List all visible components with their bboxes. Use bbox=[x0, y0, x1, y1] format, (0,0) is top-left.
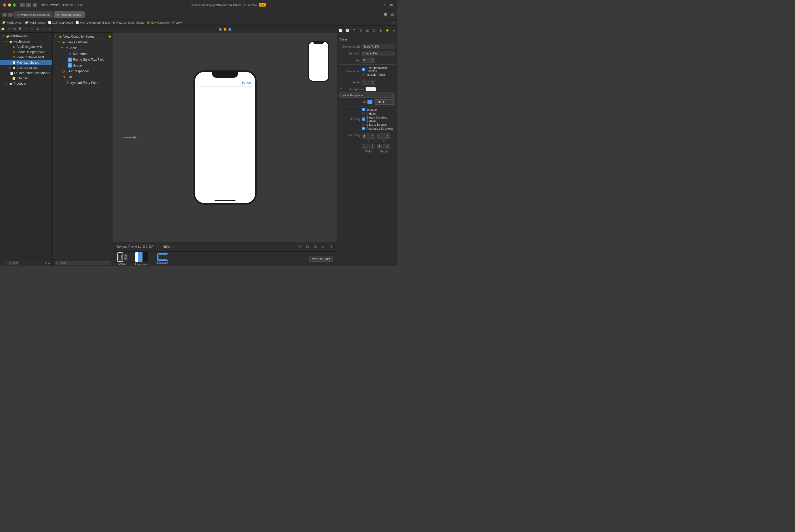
breadcrumb-vc[interactable]: ◉ View Controller bbox=[147, 21, 170, 24]
maximize-button[interactable] bbox=[13, 3, 16, 6]
tree-assets[interactable]: ▶ 📁 Assets.xcassets bbox=[0, 65, 52, 71]
breadcrumb-mainstoryboard-base[interactable]: 📄 Main.storyboard (Base) bbox=[75, 21, 110, 24]
autoresize-checkbox[interactable]: ✓ bbox=[362, 127, 365, 130]
inspector-bindings-tab[interactable]: ⚡ bbox=[384, 27, 391, 34]
sidebar-toggle[interactable]: ⊟ bbox=[20, 3, 25, 7]
vary-for-traits-btn[interactable]: Vary for Traits bbox=[309, 256, 333, 262]
breadcrumb-next-btn[interactable]: › bbox=[390, 21, 391, 24]
alpha-input[interactable]: 1 ▲ ▼ bbox=[362, 80, 375, 85]
content-mode-select[interactable]: Scale To Fill ⌄ bbox=[362, 44, 395, 49]
tree-products[interactable]: ▶ 📁 Products bbox=[0, 81, 52, 86]
tag-up[interactable]: ▲ bbox=[371, 58, 374, 60]
opaque-checkbox[interactable]: ✓ bbox=[362, 108, 365, 111]
zoom-in-btn[interactable]: ＋ bbox=[171, 244, 176, 249]
show-recent-btn[interactable]: ⊙ bbox=[44, 261, 47, 264]
canvas-tool-2[interactable]: ⊡ bbox=[304, 244, 310, 250]
file-nav-scm-icon[interactable]: ⎇ bbox=[6, 26, 11, 32]
tree-appdelegate[interactable]: ▶ S AppDelegate.swift bbox=[0, 44, 52, 50]
breadcrumb-mainstoryboard[interactable]: 📄 Main.storyboard bbox=[48, 21, 73, 24]
alpha-up[interactable]: ▲ bbox=[371, 80, 374, 82]
tint-swatch[interactable] bbox=[367, 100, 373, 104]
tag-down[interactable]: ▼ bbox=[371, 60, 374, 62]
user-interaction-checkbox[interactable]: ✓ bbox=[362, 68, 365, 71]
scene-safearea[interactable]: ▶ ⊙ Safe Area bbox=[53, 51, 113, 57]
scene-entrypoint[interactable]: ▶ → Storyboard Entry Point bbox=[53, 80, 113, 86]
tree-viewcontroller[interactable]: ▶ S ViewController.swift bbox=[0, 55, 52, 60]
canvas-main[interactable]: Button bbox=[113, 33, 337, 242]
device-icon-container[interactable]: ▲ ▼ bbox=[117, 252, 128, 262]
inspector-effects-tab[interactable]: ★ bbox=[391, 27, 397, 34]
bg-add-btn[interactable]: ＋ bbox=[339, 87, 342, 90]
breadcrumb-prev-btn[interactable]: ‹ bbox=[388, 21, 389, 24]
nav-back-btn[interactable]: ‹ bbox=[2, 13, 7, 17]
clips-bounds-checkbox[interactable] bbox=[362, 123, 365, 126]
scene-textfield[interactable]: ▶ F Round Style Text Field bbox=[53, 57, 113, 62]
file-nav-folder-icon[interactable]: 📁 bbox=[0, 26, 5, 32]
inspector-file-tab[interactable]: 📄 bbox=[338, 27, 344, 34]
file-nav-search-icon[interactable]: 🔍 bbox=[18, 26, 23, 32]
stretching-w-stepper[interactable]: ▲ ▼ bbox=[371, 144, 374, 149]
canvas-tool-1[interactable]: ⊙ bbox=[297, 244, 302, 250]
zoom-out-btn[interactable]: − bbox=[156, 244, 162, 249]
device-down-btn[interactable]: ▼ bbox=[124, 257, 128, 260]
inspector-help-tab[interactable]: ? bbox=[351, 27, 357, 34]
inspector-toggle[interactable]: ⊞ bbox=[389, 2, 394, 8]
file-nav-symbol-icon[interactable]: ⌘ bbox=[12, 26, 17, 32]
storyboard-tab[interactable]: ⊟ Main.storyboard bbox=[54, 11, 84, 18]
minimize-button[interactable] bbox=[8, 3, 11, 6]
light-mode-icon[interactable] bbox=[135, 252, 142, 262]
inspector-size-tab[interactable]: ⊡ bbox=[371, 27, 377, 34]
breadcrumb-webbrowser[interactable]: 📁 webBrowser bbox=[2, 21, 23, 24]
tree-launchscreen[interactable]: ▶ 📄 LaunchScreen.storyboard bbox=[0, 71, 52, 76]
alpha-stepper[interactable]: ▲ ▼ bbox=[371, 80, 374, 84]
scene-view[interactable]: ▶ ⊡ View bbox=[53, 45, 113, 51]
inspector-history-tab[interactable]: 🕐 bbox=[344, 27, 351, 34]
breadcrumb-view[interactable]: ⊡ View bbox=[172, 21, 182, 24]
background-select[interactable]: System Background... ⌄ bbox=[339, 93, 395, 98]
scene-exit[interactable]: ▶ ⊡ Exit bbox=[53, 74, 113, 80]
canvas-tool-3[interactable]: ⊞ bbox=[312, 244, 318, 250]
scene-button[interactable]: ▶ B Button bbox=[53, 62, 113, 68]
canvas-dot-1[interactable] bbox=[219, 28, 222, 31]
canvas-tool-5[interactable]: ⬇ bbox=[328, 244, 334, 250]
file-nav-issues-icon[interactable]: ⚠ bbox=[23, 26, 29, 32]
scene-vc[interactable]: ▶ ◉ View Controller bbox=[53, 39, 113, 45]
scene-firstresponder[interactable]: ▶ ⬡ First Responder bbox=[53, 68, 113, 74]
tint-select[interactable]: Default ⌄ bbox=[374, 99, 395, 104]
canvas-dot-3[interactable] bbox=[228, 28, 231, 31]
stretching-x-input[interactable]: 0 ▲ ▼ bbox=[362, 134, 375, 139]
file-nav-debug-icon[interactable]: ▶ bbox=[35, 26, 40, 32]
xcodeproj-tab[interactable]: ⊞ webBrowser.xcodeproj bbox=[14, 11, 53, 18]
appearance-icons[interactable] bbox=[135, 252, 149, 262]
stretching-h-stepper[interactable]: ▲ ▼ bbox=[386, 144, 389, 149]
breadcrumb-webbrowser2[interactable]: 📁 webBrowser bbox=[25, 21, 45, 24]
stretching-x-stepper[interactable]: ▲ ▼ bbox=[371, 134, 374, 138]
stretching-w-input[interactable]: 1 ▲ ▼ bbox=[362, 144, 375, 149]
file-nav-report-icon[interactable]: ◁ bbox=[47, 26, 52, 32]
nav-forward-btn[interactable]: › bbox=[8, 13, 13, 17]
add-group-btn[interactable]: ⊡ bbox=[48, 261, 50, 264]
dark-mode-icon[interactable] bbox=[142, 252, 149, 262]
file-nav-test-icon[interactable]: ◎ bbox=[30, 26, 35, 32]
close-button[interactable] bbox=[3, 3, 6, 6]
scene-nav-forward[interactable]: › bbox=[61, 27, 66, 32]
tag-input[interactable]: 0 ▲ ▼ bbox=[362, 58, 375, 63]
alpha-down[interactable]: ▼ bbox=[371, 82, 374, 84]
tree-root-webbrowser[interactable]: ▶ 📁 webBrowser bbox=[0, 34, 52, 39]
tree-infoplist[interactable]: ▶ 📝 Info.plist bbox=[0, 76, 52, 81]
clears-graphics-checkbox[interactable]: ✓ bbox=[362, 117, 365, 121]
canvas-tool-4[interactable]: ⊛ bbox=[320, 244, 326, 250]
play-button[interactable]: ▶ bbox=[26, 3, 31, 7]
multiple-touch-checkbox[interactable] bbox=[362, 73, 365, 76]
fullscreen-button[interactable]: ⤢ bbox=[381, 2, 386, 8]
tag-stepper[interactable]: ▲ ▼ bbox=[371, 58, 374, 62]
warning-badge[interactable]: ⚠ 1 bbox=[259, 3, 266, 6]
stretching-h-input[interactable]: 1 ▲ ▼ bbox=[377, 144, 391, 149]
add-file-btn[interactable]: ＋ bbox=[2, 261, 6, 265]
editor-options-btn[interactable]: ☰ bbox=[383, 12, 389, 18]
scene-vc-scene[interactable]: ▶ ◉ View Controller Scene bbox=[53, 34, 113, 39]
device-stepper[interactable]: ▲ ▼ bbox=[124, 254, 128, 260]
orientation-landscape-icon[interactable] bbox=[157, 253, 168, 261]
split-editor-btn[interactable]: ⊡ bbox=[390, 12, 395, 18]
semantic-select[interactable]: Unspecified ⌄ bbox=[362, 51, 395, 56]
